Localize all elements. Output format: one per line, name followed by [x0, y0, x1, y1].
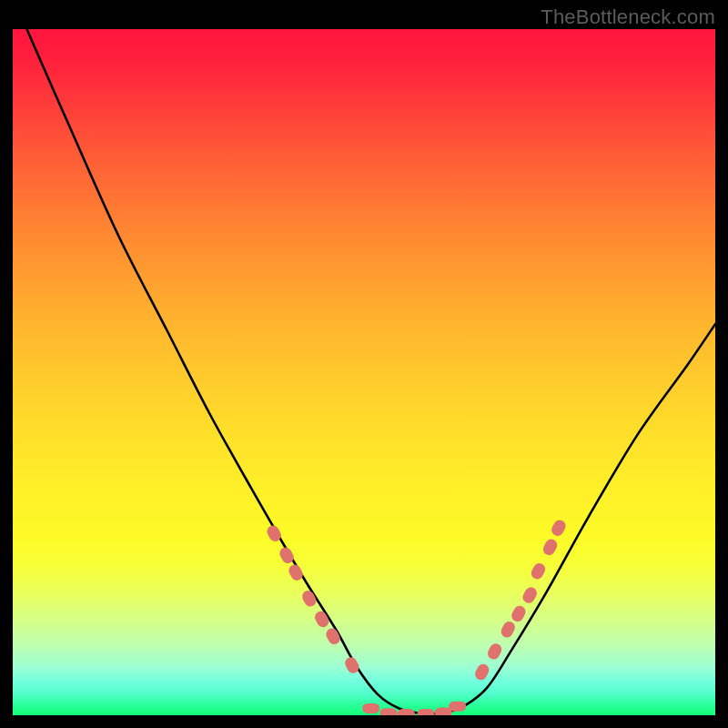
data-marker — [343, 655, 361, 675]
data-marker — [486, 642, 504, 662]
data-marker — [398, 709, 415, 715]
watermark-text: TheBottleneck.com — [541, 5, 715, 29]
data-marker — [300, 589, 318, 609]
data-marker — [362, 703, 379, 713]
data-marker — [473, 662, 491, 682]
data-marker — [417, 709, 434, 715]
data-markers — [265, 518, 568, 715]
chart-frame: TheBottleneck.com — [0, 0, 728, 728]
bottleneck-curve — [26, 29, 715, 713]
curve-layer — [13, 29, 715, 715]
data-marker — [449, 702, 466, 712]
plot-area — [13, 29, 715, 715]
bottleneck-curve-path — [26, 29, 715, 713]
data-marker — [380, 708, 398, 715]
data-marker — [324, 626, 342, 646]
data-marker — [313, 609, 331, 629]
data-marker — [529, 561, 547, 581]
data-marker — [499, 620, 517, 640]
data-marker — [510, 603, 528, 623]
data-marker — [521, 585, 539, 605]
data-marker — [550, 518, 568, 538]
data-marker — [287, 562, 305, 582]
data-marker — [541, 537, 560, 557]
